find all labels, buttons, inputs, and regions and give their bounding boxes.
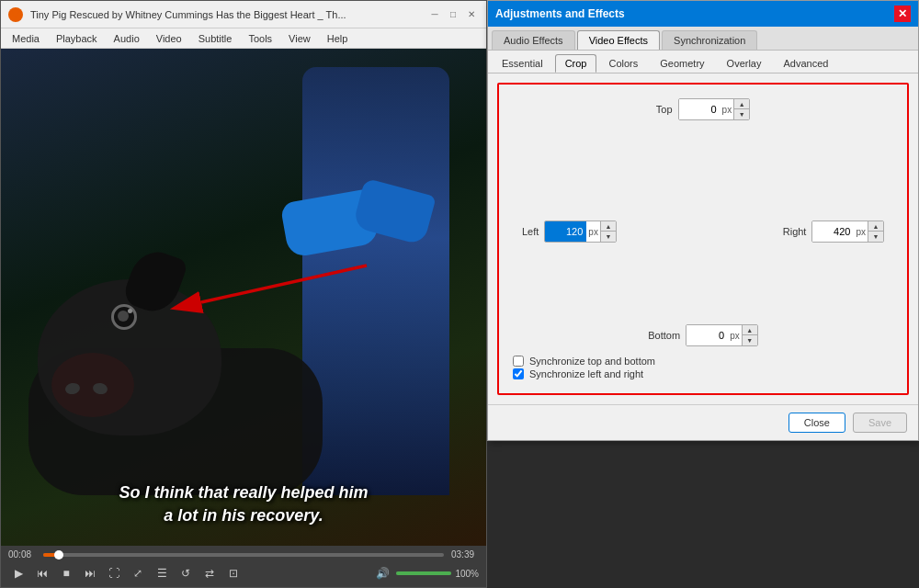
volume-fill [396, 571, 451, 575]
bottom-input[interactable] [686, 325, 728, 345]
cast-button[interactable]: ⊡ [223, 563, 244, 583]
menu-view[interactable]: View [281, 31, 318, 46]
next-button[interactable]: ⏭ [80, 563, 100, 583]
top-spin-arrows: ▲ ▼ [733, 99, 749, 119]
tabs-row2: Essential Crop Colors Geometry Overlay A… [488, 51, 918, 74]
sync-left-right-label: Synchronize left and right [529, 368, 643, 379]
pig-eye [111, 304, 137, 330]
stop-button[interactable]: ■ [56, 563, 76, 583]
dialog-title: Adjustments and Effects [495, 7, 887, 20]
dialog-titlebar: Adjustments and Effects ✕ [488, 1, 918, 27]
menu-help[interactable]: Help [320, 31, 356, 46]
vlc-player-window: Tiny Pig Rescued by Whitney Cummings Has… [0, 0, 487, 588]
repeat-button[interactable]: ↺ [176, 563, 196, 583]
bottom-section: Bottom px ▲ ▼ Synchronize top and bottom [513, 324, 893, 379]
sync-top-bottom-row: Synchronize top and bottom [513, 356, 893, 367]
top-input[interactable] [679, 99, 720, 119]
progress-thumb [54, 550, 63, 560]
top-spinbox: px ▲ ▼ [678, 98, 751, 120]
top-spin-down[interactable]: ▼ [734, 109, 749, 119]
sync-top-bottom-checkbox[interactable] [513, 356, 524, 367]
time-total: 03:39 [451, 549, 479, 560]
left-unit: px [586, 227, 600, 237]
crop-panel: Top px ▲ ▼ Left px [497, 83, 909, 395]
left-label: Left [522, 226, 539, 237]
menu-audio[interactable]: Audio [107, 31, 147, 46]
shuffle-button[interactable]: ⇄ [199, 563, 220, 583]
right-label: Right [783, 226, 807, 237]
sync-top-bottom-label: Synchronize top and bottom [529, 356, 655, 367]
left-spin-up[interactable]: ▲ [601, 221, 616, 232]
tab-advanced[interactable]: Advanced [773, 54, 838, 73]
top-row: Top px ▲ ▼ [513, 98, 893, 120]
fullscreen-button[interactable]: ⛶ [104, 563, 124, 583]
maximize-button[interactable]: □ [446, 7, 460, 22]
subtitle-content: So I think that really helped him a lot … [119, 483, 368, 525]
controls-row: ▶ ⏮ ■ ⏭ ⛶ ⤢ ☰ ↺ ⇄ ⊡ 🔊 100% [8, 563, 479, 583]
time-current: 00:08 [8, 549, 36, 560]
vlc-menubar: Media Playback Audio Video Subtitle Tool… [1, 28, 486, 49]
right-spin-arrows: ▲ ▼ [868, 221, 883, 242]
volume-area: 🔊 100% [372, 563, 479, 583]
bottom-spin-arrows: ▲ ▼ [742, 325, 757, 345]
bottom-spin-up[interactable]: ▲ [743, 325, 757, 335]
left-field: Left px ▲ ▼ [522, 220, 617, 243]
tab-video-effects[interactable]: Video Effects [577, 30, 660, 50]
red-arrow-overlay [146, 247, 376, 321]
window-controls: ─ □ ✕ [427, 7, 479, 22]
tab-essential[interactable]: Essential [492, 54, 553, 73]
volume-label: 100% [455, 569, 479, 579]
video-area: So I think that really helped him a lot … [1, 49, 486, 546]
bottom-unit: px [728, 331, 742, 341]
dialog-content: Top px ▲ ▼ Left px [488, 74, 918, 404]
save-button[interactable]: Save [853, 413, 907, 433]
play-button[interactable]: ▶ [8, 563, 28, 583]
left-spin-arrows: ▲ ▼ [600, 221, 616, 242]
volume-button[interactable]: 🔊 [372, 563, 392, 583]
svg-line-1 [201, 266, 367, 302]
tab-geometry[interactable]: Geometry [650, 54, 714, 73]
tab-synchronization[interactable]: Synchronization [662, 30, 757, 50]
right-spin-down[interactable]: ▼ [868, 232, 883, 242]
menu-subtitle[interactable]: Subtitle [191, 31, 240, 46]
tab-overlay[interactable]: Overlay [717, 54, 772, 73]
menu-video[interactable]: Video [149, 31, 189, 46]
menu-playback[interactable]: Playback [49, 31, 105, 46]
volume-track[interactable] [396, 571, 451, 575]
middle-row: Left px ▲ ▼ Right px [513, 139, 893, 324]
vlc-controls: 00:08 03:39 ▶ ⏮ ■ ⏭ ⛶ ⤢ ☰ ↺ ⇄ ⊡ 🔊 100% [1, 546, 486, 587]
vlc-title: Tiny Pig Rescued by Whitney Cummings Has… [30, 9, 420, 20]
adjustments-dialog: Adjustments and Effects ✕ Audio Effects … [487, 0, 919, 441]
bottom-spinbox: px ▲ ▼ [686, 324, 758, 346]
playlist-button[interactable]: ☰ [152, 563, 172, 583]
close-button[interactable]: Close [789, 413, 845, 433]
sync-left-right-checkbox[interactable] [513, 368, 524, 379]
menu-tools[interactable]: Tools [241, 31, 279, 46]
vlc-logo-icon [8, 7, 23, 22]
vlc-titlebar: Tiny Pig Rescued by Whitney Cummings Has… [1, 1, 486, 28]
left-input[interactable] [545, 221, 586, 242]
subtitle-text: So I think that really helped him a lot … [1, 481, 486, 527]
video-frame: So I think that really helped him a lot … [1, 49, 486, 546]
close-player-button[interactable]: ✕ [464, 7, 479, 22]
left-spinbox: px ▲ ▼ [544, 220, 617, 243]
menu-media[interactable]: Media [5, 31, 47, 46]
minimize-button[interactable]: ─ [427, 7, 442, 22]
bottom-label: Bottom [648, 330, 680, 341]
bottom-row: Bottom px ▲ ▼ [513, 324, 893, 346]
top-spin-up[interactable]: ▲ [734, 99, 749, 109]
bottom-spin-down[interactable]: ▼ [743, 335, 757, 345]
progress-track[interactable] [43, 553, 444, 557]
right-field: Right px ▲ ▼ [783, 220, 884, 243]
sync-left-right-row: Synchronize left and right [513, 368, 893, 379]
right-spin-up[interactable]: ▲ [868, 221, 883, 232]
prev-button[interactable]: ⏮ [32, 563, 52, 583]
tab-audio-effects[interactable]: Audio Effects [492, 30, 575, 50]
tab-crop[interactable]: Crop [555, 54, 597, 73]
tabs-row1: Audio Effects Video Effects Synchronizat… [488, 27, 918, 51]
left-spin-down[interactable]: ▼ [601, 232, 616, 242]
dialog-close-button[interactable]: ✕ [894, 6, 911, 22]
tab-colors[interactable]: Colors [598, 54, 648, 73]
expand-button[interactable]: ⤢ [128, 563, 148, 583]
right-input[interactable] [812, 221, 854, 242]
